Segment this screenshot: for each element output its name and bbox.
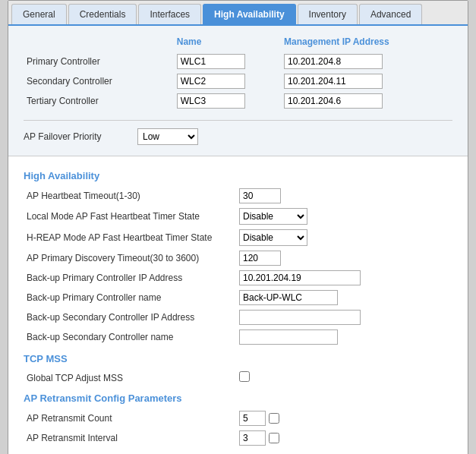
retransmit-interval-label: AP Retransmit Interval [24,428,236,448]
secondary-controller-ip-input[interactable] [284,74,383,89]
secondary-controller-name-input[interactable] [177,74,245,89]
tab-high-availability[interactable]: High Availability [203,4,295,24]
tcp-mss-form: Global TCP Adjust MSS [24,369,452,386]
col-header-ip: Management IP Address [281,35,452,52]
failover-row: AP Failover Priority Low Medium High Cri… [24,125,452,148]
tab-interfaces[interactable]: Interfaces [138,4,201,24]
retransmit-count-checkbox[interactable] [269,413,279,424]
primary-controller-label: Primary Controller [24,52,174,71]
tab-advanced[interactable]: Advanced [359,4,422,24]
tertiary-controller-label: Tertiary Controller [24,91,174,111]
tab-content: Name Management IP Address Primary Contr… [8,26,468,454]
backup-primary-ip-input[interactable] [239,270,361,285]
form-row-backup-primary-name: Back-up Primary Controller name [24,288,452,307]
divider [24,120,452,121]
form-row-backup-secondary-ip: Back-up Secondary Controller IP Address [24,307,452,327]
ap-retransmit-section-title: AP Retransmit Config Parameters [24,393,452,404]
retransmit-count-label: AP Retransmit Count [24,408,236,428]
tab-credentials[interactable]: Credentials [68,4,137,24]
col-header-name: Name [174,35,281,52]
secondary-controller-label: Secondary Controller [24,71,174,91]
high-availability-form: AP Heartbeat Timeout(1-30) Local Mode AP… [24,186,452,347]
hreap-heartbeat-select[interactable]: Disable Enable [239,229,307,246]
retransmit-interval-checkbox[interactable] [269,433,279,443]
global-tcp-checkbox[interactable] [239,371,250,382]
form-row-hreap-heartbeat: H-REAP Mode AP Fast Heartbeat Timer Stat… [24,227,452,248]
controller-table: Name Management IP Address Primary Contr… [24,35,452,111]
backup-secondary-name-input[interactable] [239,329,338,345]
backup-secondary-name-label: Back-up Secondary Controller name [24,327,236,347]
form-row-backup-secondary-name: Back-up Secondary Controller name [24,327,452,347]
table-row: Tertiary Controller [24,91,452,111]
local-heartbeat-label: Local Mode AP Fast Heartbeat Timer State [24,206,236,227]
table-row: Secondary Controller [24,71,452,91]
retransmit-count-pair [239,411,449,426]
backup-primary-ip-label: Back-up Primary Controller IP Address [24,268,236,288]
tcp-mss-section-title: TCP MSS [24,353,452,364]
local-heartbeat-select[interactable]: Disable Enable [239,208,307,225]
form-row-discovery-timeout: AP Primary Discovery Timeout(30 to 3600) [24,248,452,268]
backup-secondary-ip-input[interactable] [239,310,361,325]
primary-controller-ip-input[interactable] [284,54,383,69]
hreap-heartbeat-label: H-REAP Mode AP Fast Heartbeat Timer Stat… [24,227,236,248]
discovery-timeout-label: AP Primary Discovery Timeout(30 to 3600) [24,248,236,268]
tertiary-controller-ip-input[interactable] [284,93,383,109]
backup-primary-name-label: Back-up Primary Controller name [24,288,236,307]
discovery-timeout-input[interactable] [239,251,281,266]
controllers-section: Name Management IP Address Primary Contr… [8,26,468,156]
form-row-global-tcp: Global TCP Adjust MSS [24,369,452,386]
form-row-local-heartbeat: Local Mode AP Fast Heartbeat Timer State… [24,206,452,227]
retransmit-interval-pair [239,430,449,446]
form-row-backup-primary-ip: Back-up Primary Controller IP Address [24,268,452,288]
heartbeat-timeout-input[interactable] [239,188,281,203]
main-container: General Credentials Interfaces High Avai… [8,0,468,454]
form-row-heartbeat-timeout: AP Heartbeat Timeout(1-30) [24,186,452,206]
retransmit-interval-input[interactable] [239,430,266,446]
main-content: High Availability AP Heartbeat Timeout(1… [8,156,468,454]
global-tcp-label: Global TCP Adjust MSS [24,369,236,386]
backup-secondary-ip-label: Back-up Secondary Controller IP Address [24,307,236,327]
backup-primary-name-input[interactable] [239,290,338,305]
col-label-empty [24,35,174,52]
form-row-retransmit-interval: AP Retransmit Interval [24,428,452,448]
retransmit-count-input[interactable] [239,411,266,426]
form-row-retransmit-count: AP Retransmit Count [24,408,452,428]
tab-inventory[interactable]: Inventory [298,4,358,24]
failover-label: AP Failover Priority [24,131,130,142]
primary-controller-name-input[interactable] [177,54,245,69]
failover-select[interactable]: Low Medium High Critical [137,128,198,145]
table-row: Primary Controller [24,52,452,71]
heartbeat-timeout-label: AP Heartbeat Timeout(1-30) [24,186,236,206]
ap-retransmit-form: AP Retransmit Count AP Retransmit Interv… [24,408,452,448]
tab-general[interactable]: General [11,4,67,24]
tertiary-controller-name-input[interactable] [177,93,245,109]
tab-bar: General Credentials Interfaces High Avai… [8,1,468,26]
high-availability-section-title: High Availability [24,170,452,181]
